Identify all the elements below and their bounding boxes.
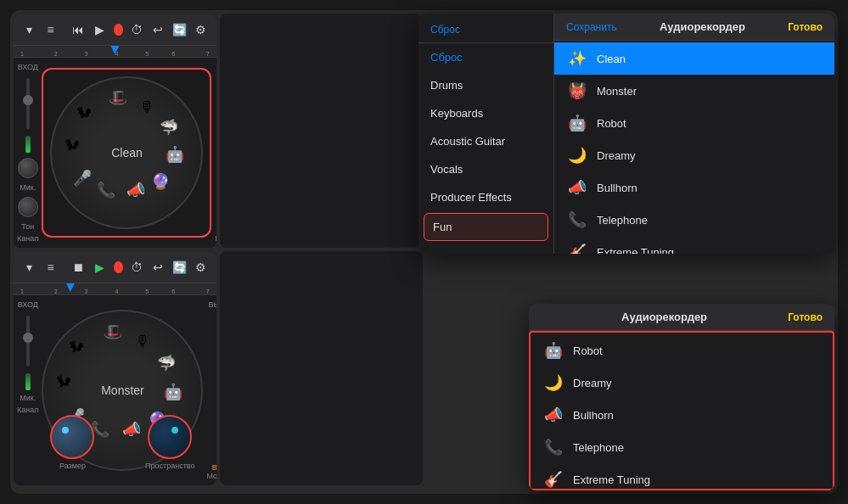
- preset-dreamy-b[interactable]: 🌙 Dreamy: [531, 367, 833, 399]
- dropdown-title-bottom: Аудиорекордер: [541, 311, 788, 323]
- input-slider[interactable]: [26, 78, 30, 129]
- preset-extreme-b[interactable]: 🎸 Extreme Tuning: [531, 463, 833, 490]
- loop-icon-2[interactable]: 🔄: [172, 258, 187, 277]
- undo-icon[interactable]: ↩: [151, 20, 166, 39]
- preset-extreme-tuning[interactable]: 🎸 Extreme Tuning: [554, 236, 834, 254]
- chevron-down-icon[interactable]: ▾: [22, 20, 37, 39]
- preset-telephone[interactable]: 📞 Telephone: [554, 204, 834, 236]
- done-button-top[interactable]: Готово: [788, 21, 823, 33]
- preset-telephone-label: Telephone: [597, 214, 648, 227]
- preset-bullhorn[interactable]: 📣 Bullhorn: [554, 171, 834, 204]
- presets-panel-top: Сохранить Аудиорекордер Готово ✨ Clean 👹…: [554, 14, 834, 254]
- loop-icon[interactable]: 🔄: [172, 20, 187, 39]
- preset-robot-label: Robot: [597, 117, 626, 130]
- record-button[interactable]: [114, 24, 123, 36]
- category-vocals[interactable]: Vocals: [418, 155, 553, 183]
- undo-icon-2[interactable]: ↩: [151, 258, 166, 277]
- record-button-2[interactable]: [114, 261, 123, 273]
- monitor-toggle[interactable]: Выкл.: [215, 226, 216, 234]
- mic-knob[interactable]: [18, 158, 38, 178]
- wheel-label-top: Clean: [111, 146, 143, 160]
- top-left-side: ВХОД Мик. Тон Канал: [14, 58, 42, 248]
- shark-icon-2: 🦈: [157, 356, 176, 371]
- play-icon[interactable]: ▶: [93, 20, 107, 39]
- preset-robot-b[interactable]: 🤖 Robot: [531, 334, 833, 367]
- microphone-icon: 🎤: [73, 171, 92, 186]
- skip-back-icon[interactable]: ⏮: [71, 20, 86, 39]
- save-button[interactable]: Сохранить: [566, 21, 617, 33]
- preset-telephone-b[interactable]: 📞 Telephone: [531, 431, 833, 463]
- settings-icon[interactable]: ⚙: [194, 20, 208, 39]
- mic-icon: 🎙: [139, 99, 154, 115]
- category-acoustic-guitar[interactable]: Acoustic Guitar: [418, 127, 553, 155]
- mic-label: Мик.: [20, 183, 36, 192]
- category-list: Сброс Сброс Drums Keyboards Acoustic Gui…: [418, 14, 554, 254]
- bottom-left-toolbar: ▾ ≡ ⏹ ▶ ⏱ ↩ 🔄 ⚙: [14, 251, 216, 283]
- list-icon[interactable]: ≡: [43, 20, 58, 39]
- dreamy-icon-b: 🌙: [542, 373, 564, 392]
- input-label-2: ВХОД: [18, 300, 38, 309]
- category-fun[interactable]: Fun: [424, 213, 548, 241]
- size-label: Размер: [59, 462, 86, 470]
- preset-bullhorn-b[interactable]: 📣 Bullhorn: [531, 399, 833, 431]
- preset-monster[interactable]: 👹 Monster: [554, 75, 834, 107]
- wheel-label-bottom: Monster: [101, 384, 144, 397]
- category-drums[interactable]: Drums: [418, 71, 553, 99]
- category-producer-effects[interactable]: Producer Effects: [418, 183, 553, 211]
- chevron-down-icon-2[interactable]: ▾: [22, 258, 37, 277]
- clean-icon: ✨: [566, 49, 588, 68]
- input-slider-2[interactable]: [26, 316, 30, 367]
- preset-list-top: ✨ Clean 👹 Monster 🤖 Robot 🌙 Dreamy 📣: [554, 41, 834, 254]
- output-label-2: ВЫХОД: [209, 300, 216, 309]
- preset-extreme-label: Extreme Tuning: [597, 246, 674, 255]
- play-green-icon[interactable]: ▶: [93, 258, 107, 277]
- preset-dreamy[interactable]: 🌙 Dreamy: [554, 139, 834, 171]
- orb-icon: 🔮: [151, 174, 170, 189]
- monitor-toggle-2[interactable]: Выкл.: [206, 463, 216, 472]
- bullhorn-icon-2: 📣: [122, 422, 141, 437]
- chipmunk-icon: 🐿: [65, 137, 80, 153]
- telephone-icon: 📞: [97, 182, 115, 198]
- monster-icon: 👹: [566, 81, 588, 100]
- stop-icon[interactable]: ⏹: [71, 258, 86, 277]
- bottom-left-ruler: 1 2 3 4 5 6 7: [14, 283, 216, 295]
- panels-grid: ▾ ≡ ⏮ ▶ ⏱ ↩ 🔄 ⚙ 1 2 3 4 5 6: [14, 14, 423, 485]
- metronome-icon[interactable]: ⏱: [130, 20, 144, 39]
- dropdown-title-top: Аудиорекордер: [617, 20, 789, 33]
- effect-wheel-top[interactable]: Clean 🎩 🎙 🦈 🤖 🔮 📣 📞 🎤 🐿 🐿: [42, 68, 211, 238]
- level-led-2: [25, 373, 31, 390]
- bullhorn-icon-b: 📣: [542, 406, 564, 424]
- preset-extreme-b-label: Extreme Tuning: [573, 473, 650, 486]
- tone-knob[interactable]: [18, 197, 38, 217]
- input-label: ВХОД: [18, 63, 38, 71]
- app-container: ▾ ≡ ⏮ ▶ ⏱ ↩ 🔄 ⚙ 1 2 3 4 5 6: [10, 10, 838, 494]
- list-icon-2[interactable]: ≡: [43, 258, 58, 277]
- chipmunk-icon-2: 🐿: [56, 374, 71, 389]
- category-keyboards[interactable]: Keyboards: [418, 99, 553, 127]
- size-knob[interactable]: [50, 415, 94, 459]
- done-button-bottom[interactable]: Готово: [788, 311, 823, 323]
- space-knob[interactable]: [148, 415, 192, 459]
- preset-clean[interactable]: ✨ Clean: [554, 42, 834, 75]
- dreamy-icon: 🌙: [566, 146, 588, 165]
- shark-icon: 🦈: [160, 120, 178, 135]
- bottom-left-body: ВХОД Мик. Канал Monster 🎩 🎙 🦈 🤖 🔮: [14, 295, 216, 485]
- channel-label: Канал: [17, 234, 38, 243]
- preset-clean-label: Clean: [597, 53, 626, 65]
- category-reset[interactable]: Сброс: [418, 43, 553, 71]
- preset-dreamy-b-label: Dreamy: [573, 377, 612, 389]
- preset-bullhorn-label: Bullhorn: [597, 182, 637, 194]
- settings-icon-2[interactable]: ⚙: [194, 258, 208, 277]
- top-left-body: ВХОД Мик. Тон Канал Clean 🎩: [14, 58, 216, 248]
- channel-label-2: Канал: [17, 406, 38, 414]
- top-left-toolbar: ▾ ≡ ⏮ ▶ ⏱ ↩ 🔄 ⚙: [14, 14, 216, 46]
- dropdown-header-bottom: Аудиорекордер Готово: [529, 304, 834, 331]
- preset-robot[interactable]: 🤖 Robot: [554, 107, 834, 139]
- space-label: Пространство: [145, 462, 194, 470]
- top-left-panel: ▾ ≡ ⏮ ▶ ⏱ ↩ 🔄 ⚙ 1 2 3 4 5 6: [14, 14, 216, 248]
- bottom-left-center: Monster 🎩 🎙 🦈 🤖 🔮 📣 📞 🎤 🐿 🐿: [42, 295, 203, 485]
- preset-telephone-b-label: Telephone: [573, 441, 624, 454]
- metronome-icon-2[interactable]: ⏱: [130, 258, 144, 277]
- reset-button[interactable]: Сброс: [430, 24, 460, 36]
- preset-list-bottom-container: 🤖 Robot 🌙 Dreamy 📣 Bullhorn 📞 Telephone …: [529, 331, 834, 490]
